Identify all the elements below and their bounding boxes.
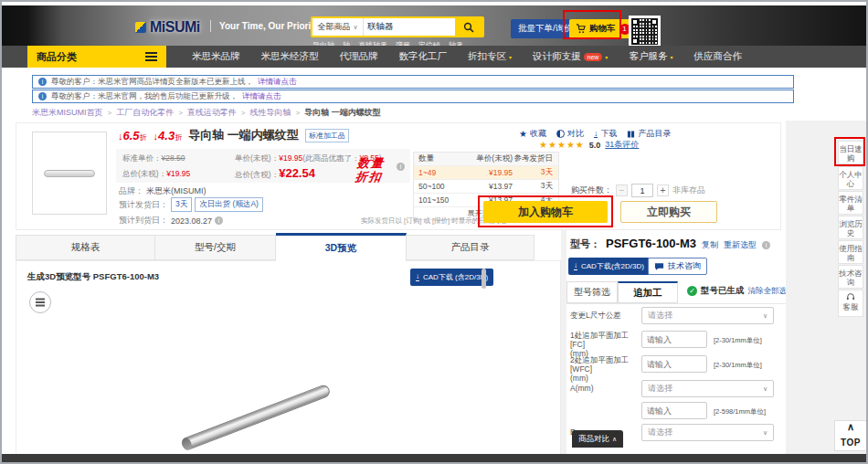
subtab-model-filter[interactable]: 型号筛选 <box>566 281 618 303</box>
info-icon[interactable] <box>397 163 405 171</box>
tolerance-select[interactable]: 请选择∨ <box>641 307 774 324</box>
discount-badge-2: ↓ 4.3 折 <box>153 129 183 142</box>
nav-item-digital-factory[interactable]: 数字化工厂 <box>399 50 448 63</box>
new-badge: new <box>584 53 603 61</box>
reselect-link[interactable]: 重新选型 <box>724 239 757 251</box>
rating-row: ★★★★★ 5.0 31条评价 <box>539 139 639 151</box>
breadcrumb-current: 导向轴 一端内螺纹型 <box>304 107 381 119</box>
search-category-select[interactable]: 全部商品 ∨ <box>312 18 364 36</box>
sidebar-item-history[interactable]: 浏览历史 <box>838 216 863 239</box>
model-row: 型号： PSFGT6-100-M3 复制 重新选型 <box>570 237 770 251</box>
sidebar-item-my-account[interactable]: 个人中心 <box>838 166 863 190</box>
reviews-link[interactable]: 31条评价 <box>605 139 639 151</box>
nav-item-designer[interactable]: 设计师支援new▾ <box>533 50 608 63</box>
table-header-row: 数量 单价(未税) 参考发货日 <box>414 153 558 166</box>
notice-link[interactable]: 详情请点击 <box>242 91 281 102</box>
sidebar-item-customer-service[interactable]: 客服 <box>838 290 863 317</box>
chevron-up-icon: ∧ <box>835 421 866 433</box>
field-label-a: A(mm) <box>570 384 641 393</box>
quantity-label: 购买件数： <box>571 185 612 196</box>
e-select[interactable]: 请选择∨ <box>641 424 774 441</box>
misumi-logo[interactable]: MiSUMi <box>135 19 200 36</box>
viewer-menu-button[interactable] <box>29 291 51 313</box>
breadcrumb-linear[interactable]: 直线运动零件 <box>187 107 237 119</box>
caret-down-icon: ▾ <box>670 54 672 60</box>
breadcrumb-separator: > <box>108 109 112 117</box>
info-icon[interactable] <box>215 216 223 225</box>
model-number: PSFGT6-100-M3 <box>606 237 696 250</box>
breadcrumb: 米思米MISUMI首页 > 工厂自动化零件 > 直线运动零件 > 线性导向轴 >… <box>32 107 381 119</box>
brand-link[interactable]: 米思米(MISUMI) <box>146 185 206 197</box>
download-icon: ↓ <box>416 273 419 281</box>
divider <box>566 303 786 304</box>
logo-text: MiSUMi <box>150 19 200 36</box>
search-bar: 全部商品 ∨ <box>311 16 484 37</box>
search-button[interactable] <box>455 18 482 36</box>
sidebar-item-parts-list[interactable]: 零件清单 <box>838 191 863 215</box>
download-icon: ↓ <box>594 130 598 138</box>
tab-model-delivery[interactable]: 型号/交期 <box>155 235 276 260</box>
generated-model-label: 生成3D预览型号 PSFGT6-100-M3 <box>27 271 159 283</box>
product-compare-button[interactable]: 商品对比∧ <box>572 430 623 448</box>
product-title: 导向轴 一端内螺纹型 <box>188 127 299 143</box>
nav-items: 米思米品牌 米思米经济型 代理品牌 数字化工厂 折扣专区▾ 设计师支援new▾ … <box>192 46 742 68</box>
subtab-additional-processing[interactable]: 追加工 <box>618 281 678 303</box>
quantity-plus-button[interactable]: + <box>657 185 669 196</box>
nav-item-supplier[interactable]: 供应商合作 <box>693 50 742 63</box>
notice-bar-1: 尊敬的客户：米思米官网商品详情页全新版本已更新上线， 详情请点击 <box>32 75 794 89</box>
headset-icon <box>846 292 855 301</box>
tab-3d-preview[interactable]: 3D预览 <box>276 233 407 261</box>
nav-item-agency[interactable]: 代理品牌 <box>340 50 378 63</box>
fc-input[interactable] <box>641 331 707 348</box>
catalog-menu-button[interactable]: 商品分类 <box>27 46 166 68</box>
search-input[interactable] <box>364 18 455 36</box>
nav-item-discount[interactable]: 折扣专区▾ <box>468 50 512 63</box>
a-select[interactable]: 请选择∨ <box>641 380 774 397</box>
a-value-input[interactable] <box>641 402 707 419</box>
breadcrumb-home[interactable]: 米思米MISUMI首页 <box>32 107 103 119</box>
sidebar-item-guide[interactable]: 使用指南 <box>838 240 863 264</box>
cad-download-button-panel[interactable]: ↓ CAD下载(含2D/3D) <box>568 258 650 275</box>
product-title-row: ↓ 6.5 折 ↓ 4.3 折 导向轴 一端内螺纹型 标准加工品 <box>118 127 349 143</box>
sidebar-item-tech-consult[interactable]: 技术咨询 <box>838 265 863 289</box>
nav-item-service[interactable]: 客户服务▾ <box>629 50 672 63</box>
field-label-fc: 1处追加平面加工[FC](mm) <box>570 331 641 358</box>
breadcrumb-fa[interactable]: 工厂自动化零件 <box>116 107 174 119</box>
breadcrumb-separator: > <box>241 109 246 117</box>
discount-badge-1: ↓ 6.5 折 <box>118 129 147 142</box>
quantity-value[interactable]: 1 <box>631 184 653 197</box>
tab-product-catalog[interactable]: 产品目录 <box>407 235 535 260</box>
info-icon[interactable] <box>762 241 770 249</box>
check-circle-icon: ✓ <box>687 286 697 296</box>
notice-link[interactable]: 详情请点击 <box>258 77 297 88</box>
total-price-taxed: 总价(含税)：¥22.54 <box>235 166 315 181</box>
add-to-cart-button[interactable]: 加入购物车 <box>483 201 608 223</box>
field-label-tolerance: 变更L尺寸公差 <box>570 311 641 320</box>
search-category-label: 全部商品 <box>317 21 350 33</box>
hamburger-icon <box>145 56 157 58</box>
standard-price: 标准单价：¥28.50 <box>122 153 185 164</box>
breadcrumb-shaft[interactable]: 线性导向轴 <box>250 107 291 119</box>
copy-link[interactable]: 复制 <box>702 239 718 251</box>
nav-item-brand[interactable]: 米思米品牌 <box>192 50 240 63</box>
tab-spec-table[interactable]: 规格表 <box>16 235 155 260</box>
sidebar-item-quick-order[interactable]: 当日速购 <box>838 141 863 164</box>
wfc-input[interactable] <box>641 355 707 373</box>
scrollbar-thumb[interactable] <box>482 269 486 289</box>
back-to-top-button[interactable]: ∧ TOP <box>834 420 867 451</box>
cart-button[interactable]: 购物车 1 <box>569 19 637 38</box>
table-row: 50~100 ¥13.97 3天 <box>414 180 558 194</box>
rating-stars: ★★★★★ <box>539 140 585 150</box>
buy-now-button[interactable]: 立即购买 <box>620 201 717 223</box>
breadcrumb-separator: > <box>296 109 301 117</box>
shaft-thumbnail-image <box>44 170 95 177</box>
quantity-row: 购买件数： − 1 + 非库存品 <box>571 184 705 197</box>
catalog-label: 商品分类 <box>37 50 77 64</box>
nav-item-economy[interactable]: 米思米经济型 <box>261 50 319 63</box>
wfc-hint: [2-30/1mm单位] <box>714 361 762 370</box>
product-thumbnail[interactable] <box>32 132 107 215</box>
tech-consult-button[interactable]: 技术咨询 <box>648 258 707 275</box>
caret-down-icon: ▾ <box>509 54 512 60</box>
quantity-minus-button[interactable]: − <box>616 185 628 196</box>
notice-bar-2: 尊敬的客户：米思米官网，我的售后功能已更新升级， 详情请点击 <box>32 90 794 103</box>
